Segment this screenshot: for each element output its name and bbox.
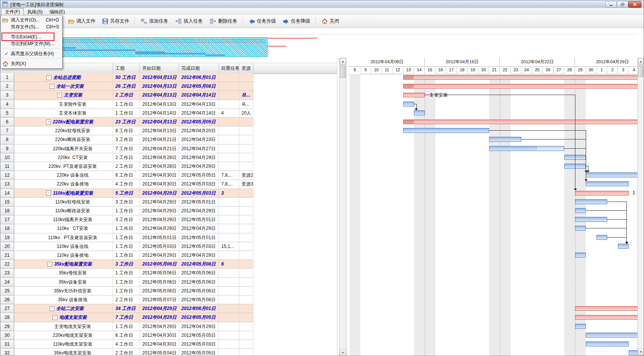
cell-num[interactable]: 8 <box>0 135 14 144</box>
cell-num[interactable]: 4 <box>0 100 14 109</box>
gantt-task-bar[interactable] <box>575 208 586 213</box>
gantt-summary-bar[interactable] <box>575 315 638 320</box>
toolbar-button-添加任务[interactable]: 添加任务 <box>137 16 172 26</box>
collapse-box-icon[interactable]: − <box>49 84 54 89</box>
cell-num[interactable]: 15 <box>0 198 14 207</box>
cell-num[interactable]: 17 <box>0 215 14 224</box>
gantt-task-bar[interactable] <box>575 226 586 231</box>
menu-item-调入文件(O)...[interactable]: 调入文件(O)...Ctrl+O <box>1 16 62 23</box>
cell-num[interactable]: 29 <box>0 322 14 331</box>
gantt-task-bar[interactable] <box>403 128 489 133</box>
cell-num[interactable]: 13 <box>0 180 14 189</box>
cell-num[interactable]: 19 <box>0 233 14 242</box>
scroll-down-arrow-icon[interactable]: ▼ <box>340 349 346 356</box>
gantt-task-bar[interactable] <box>489 137 521 142</box>
cell-num[interactable]: 3 <box>0 91 14 100</box>
toolbar-button-删除任务[interactable]: 删除任务 <box>206 16 241 26</box>
column-header-工期[interactable]: 工期 <box>113 63 140 73</box>
gantt-summary-bar[interactable] <box>403 93 425 97</box>
scroll-up-arrow-icon[interactable]: ▲ <box>638 58 644 65</box>
gantt-vertical-scrollbar[interactable]: ▲ ▼ <box>637 58 644 356</box>
gantt-task-bar[interactable] <box>586 341 629 346</box>
gantt-task-bar[interactable] <box>586 333 638 338</box>
gantt-summary-bar[interactable] <box>575 306 638 311</box>
column-header-资源[interactable]: 资源 <box>239 63 253 73</box>
gantt-task-bar[interactable] <box>575 253 586 258</box>
cell-num[interactable]: 10 <box>0 153 14 162</box>
table-row[interactable]: 17110kv隔离开关安装3 工作日2012年04月29日2012年05月01日 <box>0 215 337 224</box>
gantt-task-bar[interactable] <box>618 244 629 249</box>
toolbar-button-插入任务[interactable]: 插入任务 <box>172 16 206 26</box>
scrollbar-thumb[interactable] <box>638 66 643 77</box>
toolbar-button-任务降级[interactable]: 任务降级 <box>279 16 314 26</box>
menu-item-另存文件(S)...[interactable]: 另存文件(S)...Ctrl+S <box>1 23 62 30</box>
toolbar-button-关闭[interactable]: 关闭 <box>318 16 343 26</box>
cell-num[interactable]: 30 <box>0 331 14 340</box>
cell-num[interactable]: 24 <box>0 278 14 287</box>
table-row[interactable]: 3235kv电缆支架安装2 工作日2012年05月04日2012年05月05日 <box>0 349 337 356</box>
scroll-down-arrow-icon[interactable]: ▼ <box>638 349 644 355</box>
menu-item-关闭(X)[interactable]: 关闭(X) <box>1 60 62 67</box>
table-row[interactable]: 27−全站二次安装34 工作日2012年04月29日2012年06月01日 <box>0 304 337 313</box>
cell-num[interactable]: 2 <box>0 82 14 91</box>
cell-num[interactable]: 25 <box>0 287 14 295</box>
collapse-box-icon[interactable]: − <box>46 75 51 80</box>
collapse-box-icon[interactable]: − <box>47 262 52 267</box>
gantt-summary-bar[interactable] <box>403 120 638 124</box>
column-header-开始日期[interactable]: 开始日期 <box>140 63 179 73</box>
table-row[interactable]: 4主变附件安装1 工作日2012年04月13日2012年04月13日吊... <box>0 100 337 109</box>
gantt-task-bar[interactable] <box>414 110 425 115</box>
close-button[interactable] <box>628 1 641 8</box>
table-row[interactable]: 29主变电缆支架安装1 工作日2012年04月29日2012年04月29日 <box>0 322 337 331</box>
cell-num[interactable]: 7 <box>0 126 14 135</box>
gantt-task-bar[interactable] <box>586 172 638 177</box>
gantt-task-bar[interactable] <box>596 235 607 240</box>
gantt-task-bar[interactable] <box>403 102 414 107</box>
table-row[interactable]: 3−主变安装2 工作日2012年04月13日2012年04月14日吊... <box>0 91 337 100</box>
toolbar-button-调入文件[interactable]: 调入文件 <box>65 16 99 26</box>
gantt-summary-bar[interactable] <box>575 191 629 195</box>
menubar-item[interactable]: 文件(F) <box>1 8 24 15</box>
table-row[interactable]: 21110kv 设备接地1 工作日2012年04月29日2012年04月29日 <box>0 251 337 260</box>
table-row[interactable]: 15110kv软母线安装3 工作日2012年04月29日2012年05月01日 <box>0 198 337 207</box>
table-row[interactable]: 19110kv PT及避雷器安装1 工作日2012年05月01日2012年05月… <box>0 233 337 242</box>
gantt-task-bar[interactable] <box>575 324 586 329</box>
cell-num[interactable]: 28 <box>0 313 14 322</box>
table-row[interactable]: 2−全站一次安装26 工作日2012年04月13日2012年05月08日 <box>0 82 337 91</box>
table-row[interactable]: 14−110kv配电装置安装5 工作日2012年04月29日2012年05月03… <box>0 189 337 198</box>
cell-num[interactable]: 16 <box>0 207 14 215</box>
gantt-task-bar[interactable] <box>586 181 629 186</box>
menubar-item[interactable]: 编辑(E) <box>46 8 68 15</box>
table-row[interactable]: 13220kv 设备接地4 工作日2012年04月30日2012年05月03日7… <box>0 180 337 189</box>
table-row[interactable]: 12220kv 设备连线6 工作日2012年04月30日2012年05月05日7… <box>0 171 337 180</box>
cell-num[interactable]: 23 <box>0 269 14 277</box>
scrollbar-thumb[interactable] <box>340 66 346 78</box>
cell-num[interactable]: 9 <box>0 144 14 153</box>
column-header-前置任务[interactable]: 前置任务 <box>219 63 239 73</box>
table-row[interactable]: 22−35kv配电装置安装3 工作日2012年05月06日2012年05月08日… <box>0 260 337 269</box>
column-header-完成日期[interactable]: 完成日期 <box>179 63 219 73</box>
cell-num[interactable]: 20 <box>0 242 14 251</box>
table-row[interactable]: 2335kv母线安装1 工作日2012年05月06日2012年05月06日 <box>0 269 337 277</box>
cell-num[interactable]: 14 <box>0 189 14 198</box>
cell-num[interactable]: 5 <box>0 109 14 118</box>
cell-num[interactable]: 21 <box>0 251 14 260</box>
cell-num[interactable]: 31 <box>0 340 14 349</box>
cell-num[interactable]: 11 <box>0 162 14 171</box>
gantt-summary-bar[interactable] <box>403 84 638 89</box>
menu-item-导出到EMF文件(M)...[interactable]: 导出到EMF文件(M)... <box>1 40 62 47</box>
gantt-task-bar[interactable] <box>575 217 607 222</box>
cell-num[interactable]: 26 <box>0 295 14 304</box>
collapse-box-icon[interactable]: − <box>57 93 62 98</box>
cell-num[interactable]: 1 <box>0 73 14 82</box>
gantt-task-bar[interactable] <box>575 199 607 204</box>
menu-item-高亮显示父级任务(H)[interactable]: ✓高亮显示父级任务(H) <box>1 50 62 57</box>
toolbar-button-另存文件[interactable]: 另存文件 <box>99 16 133 26</box>
table-row[interactable]: 28−电缆支架安装7 工作日2012年04月29日2012年05月05日 <box>0 313 337 322</box>
cell-num[interactable]: 27 <box>0 304 14 313</box>
toolbar-button-任务升级[interactable]: 任务升级 <box>245 16 279 26</box>
table-row[interactable]: 10220kv CT安装2 工作日2012年04月28日2012年04月29日 <box>0 153 337 162</box>
scroll-up-arrow-icon[interactable]: ▲ <box>340 58 346 65</box>
minimize-button[interactable] <box>605 1 617 8</box>
table-row[interactable]: 1−全站总进度图50 工作日2012年04月13日2012年06月01日 <box>0 73 337 82</box>
